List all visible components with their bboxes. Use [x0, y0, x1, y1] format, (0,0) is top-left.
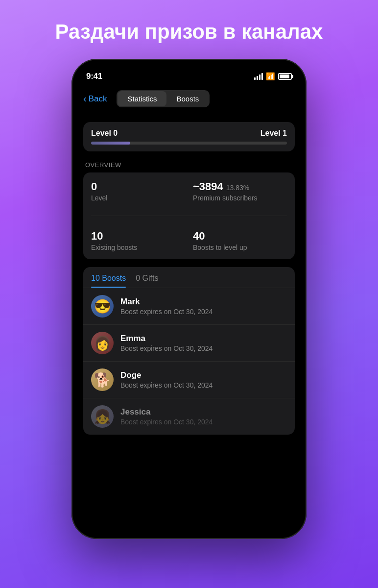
stats-card: 0 Level ~3894 13.83% Premium subscribers… — [83, 172, 295, 259]
avatar-mark: 😎 — [91, 295, 114, 318]
boost-expiry-mark: Boost expires on Oct 30, 2024 — [120, 308, 287, 316]
status-time: 9:41 — [86, 72, 102, 81]
boosts-tabs: 10 Boosts 0 Gifts — [83, 267, 295, 288]
back-chevron-icon: ‹ — [83, 93, 87, 104]
stat-boosts-to-level-value: 40 — [193, 230, 205, 243]
avatar-doge: 🐕 — [91, 368, 114, 391]
boosts-section: 10 Boosts 0 Gifts 😎 Mark Boost expires o… — [71, 259, 307, 435]
stat-premium-label: Premium subscribers — [193, 194, 287, 202]
stat-existing-boosts-label: Existing boosts — [91, 244, 185, 251]
progress-bar-fill — [91, 142, 130, 145]
stat-existing-boosts-value: 10 — [91, 230, 103, 243]
back-button[interactable]: ‹ Back — [83, 93, 107, 104]
stat-premium: ~3894 13.83% Premium subscribers — [193, 180, 287, 202]
avatar-emma-emoji: 👩 — [94, 335, 111, 351]
tab-statistics[interactable]: Statistics — [118, 91, 166, 106]
level-bar-container: Level 0 Level 1 — [83, 122, 295, 151]
phone-frame: 9:41 📶 ‹ Back Statistics Boosts — [71, 59, 307, 539]
boost-item-doge[interactable]: 🐕 Doge Boost expires on Oct 30, 2024 — [83, 362, 295, 398]
boost-name-emma: Emma — [120, 334, 287, 343]
boost-expiry-jessica: Boost expires on Oct 30, 2024 — [120, 418, 287, 426]
avatar-doge-emoji: 🐕 — [94, 372, 111, 388]
wifi-icon: 📶 — [266, 72, 275, 81]
stat-premium-value: ~3894 — [193, 180, 223, 193]
stat-level-value: 0 — [91, 180, 97, 193]
boost-item-jessica[interactable]: 👧 Jessica Boost expires on Oct 30, 2024 — [83, 398, 295, 435]
stat-level: 0 Level — [91, 180, 185, 202]
boosts-card: 10 Boosts 0 Gifts 😎 Mark Boost expires o… — [83, 267, 295, 435]
stat-existing-boosts: 10 Existing boosts — [91, 230, 185, 251]
tab-gifts-count[interactable]: 0 Gifts — [136, 274, 158, 288]
boost-item-mark[interactable]: 😎 Mark Boost expires on Oct 30, 2024 — [83, 288, 295, 325]
boost-info-jessica: Jessica Boost expires on Oct 30, 2024 — [120, 407, 287, 426]
tab-boosts-count[interactable]: 10 Boosts — [91, 274, 126, 288]
dynamic-island — [160, 66, 218, 82]
avatar-emma: 👩 — [91, 332, 114, 354]
boost-list: 😎 Mark Boost expires on Oct 30, 2024 👩 E… — [83, 288, 295, 435]
avatar-jessica: 👧 — [91, 405, 114, 428]
boost-expiry-emma: Boost expires on Oct 30, 2024 — [120, 344, 287, 352]
boost-expiry-doge: Boost expires on Oct 30, 2024 — [120, 381, 287, 389]
stat-boosts-to-level: 40 Boosts to level up — [193, 230, 287, 251]
overview-label: OVERVIEW — [83, 161, 295, 169]
page-title-heading: Раздачи призов в каналах — [36, 0, 343, 59]
overview-section: OVERVIEW 0 Level ~3894 13.83% Premium su… — [71, 151, 307, 259]
boost-info-mark: Mark Boost expires on Oct 30, 2024 — [120, 297, 287, 316]
avatar-jessica-emoji: 👧 — [94, 409, 111, 425]
boost-info-doge: Doge Boost expires on Oct 30, 2024 — [120, 370, 287, 389]
boost-name-jessica: Jessica — [120, 407, 287, 417]
back-label: Back — [89, 94, 107, 104]
level-start-label: Level 0 — [91, 129, 118, 138]
avatar-mark-emoji: 😎 — [94, 298, 111, 315]
stat-boosts-to-level-label: Boosts to level up — [193, 244, 287, 251]
tab-boosts[interactable]: Boosts — [166, 91, 209, 106]
boost-item-emma[interactable]: 👩 Emma Boost expires on Oct 30, 2024 — [83, 325, 295, 362]
boost-info-emma: Emma Boost expires on Oct 30, 2024 — [120, 334, 287, 352]
progress-section: Level 0 Level 1 — [71, 112, 307, 151]
stat-premium-percent: 13.83% — [226, 184, 249, 192]
tab-group: Statistics Boosts — [117, 90, 210, 107]
level-end-label: Level 1 — [260, 129, 287, 138]
stat-level-label: Level — [91, 194, 185, 202]
progress-bar — [91, 142, 287, 145]
signal-icon — [254, 73, 263, 80]
battery-icon — [278, 73, 292, 80]
status-icons: 📶 — [254, 72, 292, 81]
boost-name-mark: Mark — [120, 297, 287, 307]
boost-name-doge: Doge — [120, 370, 287, 380]
nav-bar: ‹ Back Statistics Boosts — [71, 85, 307, 112]
